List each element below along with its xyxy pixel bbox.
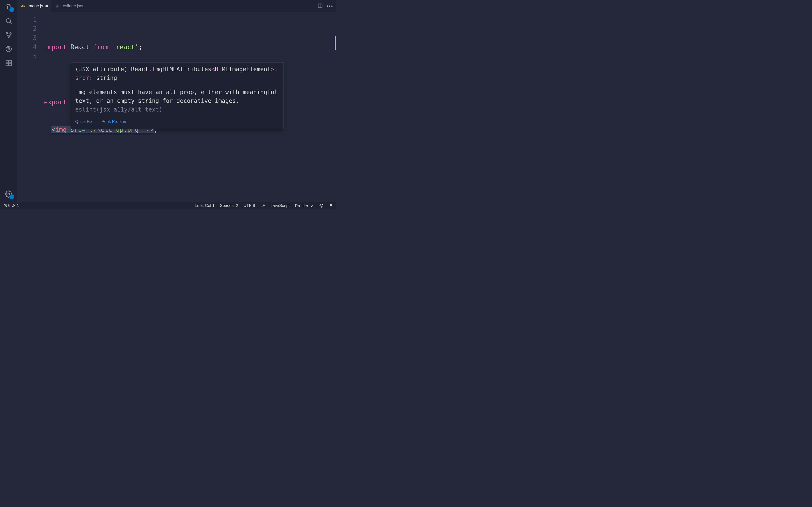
token-punct: < — [51, 126, 55, 133]
explorer-icon[interactable]: 1 — [5, 3, 12, 11]
tab-eslintrc[interactable]: .eslintrc.json — [51, 0, 88, 12]
token-identifier: React — [70, 44, 89, 51]
search-icon[interactable] — [5, 17, 12, 24]
line-number: 3 — [17, 33, 37, 43]
svg-rect-7 — [6, 60, 8, 63]
svg-line-1 — [10, 22, 11, 24]
status-right: Ln 5, Col 1 Spaces: 2 UTF-8 LF JavaScrip… — [195, 203, 333, 208]
notifications-icon[interactable] — [329, 204, 333, 208]
hover-text: . — [148, 66, 152, 73]
status-bar: 0 1 Ln 5, Col 1 Spaces: 2 UTF-8 LF JavaS… — [0, 202, 336, 209]
activity-bar: 1 — [0, 0, 17, 202]
line-number: 1 — [17, 15, 37, 24]
hover-signature: (JSX attribute) React.ImgHTMLAttributes<… — [71, 62, 284, 85]
hover-text: HTMLImageElement — [215, 66, 271, 73]
hover-text: src — [75, 74, 86, 81]
editor-area[interactable]: 1 2 3 4 5 import React from 'react'; exp… — [17, 12, 336, 202]
debug-icon[interactable] — [5, 45, 12, 53]
current-line-highlight — [44, 52, 331, 61]
status-warnings-count: 1 — [17, 203, 19, 208]
status-indent[interactable]: Spaces: 2 — [220, 203, 238, 208]
svg-point-21 — [320, 204, 323, 207]
token-string: 'react' — [112, 44, 139, 51]
tab-image-js[interactable]: JS Image.js — [17, 0, 51, 12]
token-keyword: import — [44, 44, 67, 51]
tab-bar: JS Image.js .eslintrc.json ••• — [17, 0, 336, 12]
status-cursor[interactable]: Ln 5, Col 1 — [195, 203, 215, 208]
app-root: 1 — [0, 0, 336, 209]
overview-ruler-warning — [335, 36, 336, 50]
hover-actions: Quick Fix... Peek Problem — [71, 116, 284, 129]
feedback-icon[interactable] — [319, 204, 323, 208]
hover-text: ImgHTMLAttributes — [152, 66, 211, 73]
hover-text: < — [211, 66, 215, 73]
json-file-icon — [55, 4, 59, 8]
warning-squiggle — [51, 134, 152, 134]
gutter: 1 2 3 4 5 — [17, 12, 44, 202]
token-keyword: from — [93, 44, 108, 51]
peek-problem-link[interactable]: Peek Problem — [101, 117, 128, 126]
hover-text: > — [271, 66, 274, 73]
status-warnings[interactable]: 1 — [12, 203, 19, 208]
dirty-indicator-icon — [45, 5, 48, 7]
hover-text: (JSX attribute) — [75, 66, 131, 73]
status-prettier[interactable]: Prettier: ✓ — [295, 203, 314, 208]
tab-label: .eslintrc.json — [62, 4, 84, 8]
svg-point-2 — [6, 32, 7, 34]
extensions-icon[interactable] — [5, 59, 12, 67]
svg-rect-9 — [6, 63, 8, 66]
source-control-icon[interactable] — [5, 32, 12, 39]
line-number: 2 — [17, 24, 37, 33]
svg-point-23 — [322, 205, 322, 206]
editor-column: JS Image.js .eslintrc.json ••• — [17, 0, 336, 202]
error-icon — [3, 204, 7, 208]
svg-point-0 — [6, 18, 11, 23]
token-punct: ; — [139, 44, 142, 51]
svg-point-11 — [8, 193, 10, 195]
tab-label: Image.js — [28, 4, 43, 8]
svg-point-4 — [8, 36, 9, 38]
hover-text: ?: — [86, 74, 93, 81]
status-errors-count: 0 — [8, 203, 10, 208]
hover-text: string — [93, 74, 117, 81]
split-editor-icon[interactable] — [317, 3, 323, 9]
svg-point-3 — [10, 32, 11, 34]
hover-message: img elements must have an alt prop, eith… — [71, 85, 284, 116]
tab-actions: ••• — [315, 0, 336, 12]
token-tag: img — [55, 126, 67, 133]
svg-rect-8 — [9, 60, 11, 63]
more-actions-icon[interactable]: ••• — [327, 3, 333, 9]
status-encoding[interactable]: UTF-8 — [243, 203, 255, 208]
token-keyword: export — [44, 99, 67, 106]
explorer-badge: 1 — [9, 7, 14, 12]
hover-text: . — [274, 66, 278, 73]
svg-point-22 — [321, 205, 321, 206]
settings-gear-icon[interactable]: 1 — [5, 190, 12, 198]
quick-fix-link[interactable]: Quick Fix... — [75, 117, 96, 126]
settings-badge: 1 — [9, 194, 14, 199]
hover-message-text: img elements must have an alt prop, eith… — [75, 89, 278, 104]
svg-rect-10 — [9, 63, 11, 66]
warning-icon — [12, 204, 16, 208]
status-language[interactable]: JavaScript — [270, 203, 290, 208]
minimap[interactable] — [331, 12, 336, 202]
status-errors[interactable]: 0 — [3, 203, 10, 208]
hover-popup: (JSX attribute) React.ImgHTMLAttributes<… — [71, 62, 284, 129]
js-file-icon: JS — [21, 4, 25, 8]
svg-point-13 — [57, 6, 57, 6]
hover-rule-text: eslint(jsx-a11y/alt-text) — [75, 106, 162, 113]
main-row: 1 — [0, 0, 336, 202]
line-number: 5 — [17, 52, 37, 61]
line-number: 4 — [17, 43, 37, 52]
status-left: 0 1 — [3, 203, 19, 208]
hover-text: React — [131, 66, 148, 73]
status-eol[interactable]: LF — [260, 203, 265, 208]
